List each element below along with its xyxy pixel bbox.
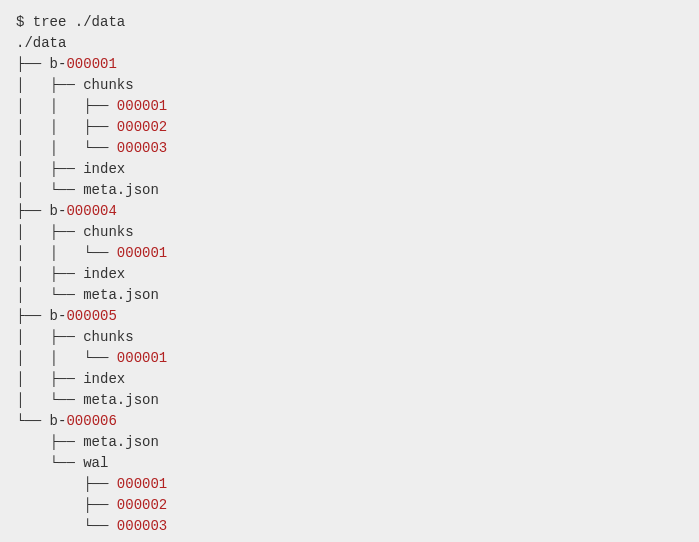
- tree-line: │ ├── index: [16, 264, 683, 285]
- tree-line: │ └── meta.json: [16, 180, 683, 201]
- tree-branch: │ └──: [16, 392, 83, 408]
- tree-branch: │ ├──: [16, 224, 83, 240]
- tree-line: ├── meta.json: [16, 432, 683, 453]
- tree-branch: ├──: [16, 476, 117, 492]
- tree-branch: │ └──: [16, 182, 83, 198]
- tree-line: │ │ └── 000001: [16, 348, 683, 369]
- entry-name: index: [83, 266, 125, 282]
- tree-branch: ├──: [16, 203, 50, 219]
- entry-name: meta.json: [83, 434, 159, 450]
- tree-branch: ├──: [16, 308, 50, 324]
- tree-line: └── wal: [16, 453, 683, 474]
- entry-name: 000002: [117, 497, 167, 513]
- entry-name: chunks: [83, 224, 133, 240]
- entry-name: 000001: [117, 98, 167, 114]
- tree-branch: │ └──: [16, 287, 83, 303]
- root-path: ./data: [16, 33, 683, 54]
- tree-line: │ ├── chunks: [16, 327, 683, 348]
- tree-branch: │ │ ├──: [16, 98, 117, 114]
- tree-line: ├── b-000001: [16, 54, 683, 75]
- command-text: tree ./data: [33, 14, 125, 30]
- entry-name: meta.json: [83, 287, 159, 303]
- tree-line: ├── 000001: [16, 474, 683, 495]
- tree-line: │ │ └── 000003: [16, 138, 683, 159]
- entry-name: wal: [83, 455, 108, 471]
- tree-line: │ │ ├── 000001: [16, 96, 683, 117]
- command-line: $ tree ./data: [16, 12, 683, 33]
- tree-line: │ ├── chunks: [16, 222, 683, 243]
- entry-prefix: b-: [50, 56, 67, 72]
- tree-line: └── 000003: [16, 516, 683, 537]
- tree-line: │ │ └── 000001: [16, 243, 683, 264]
- entry-name: index: [83, 371, 125, 387]
- tree-branch: │ ├──: [16, 161, 83, 177]
- entry-name: chunks: [83, 329, 133, 345]
- tree-branch: └──: [16, 518, 117, 534]
- entry-name: 000002: [117, 119, 167, 135]
- entry-prefix: b-: [50, 203, 67, 219]
- tree-branch: └──: [16, 413, 50, 429]
- entry-name: 000006: [66, 413, 116, 429]
- tree-branch: ├──: [16, 56, 50, 72]
- tree-line: └── b-000006: [16, 411, 683, 432]
- entry-name: 000001: [66, 56, 116, 72]
- tree-line: │ ├── index: [16, 369, 683, 390]
- tree-line: │ └── meta.json: [16, 390, 683, 411]
- entry-prefix: b-: [50, 413, 67, 429]
- entry-name: 000003: [117, 518, 167, 534]
- tree-branch: │ ├──: [16, 266, 83, 282]
- tree-branch: │ │ └──: [16, 350, 117, 366]
- tree-branch: │ ├──: [16, 77, 83, 93]
- entry-name: 000001: [117, 245, 167, 261]
- tree-branch: │ │ └──: [16, 140, 117, 156]
- entry-name: 000003: [117, 140, 167, 156]
- entry-prefix: b-: [50, 308, 67, 324]
- tree-line: ├── 000002: [16, 495, 683, 516]
- tree-line: │ │ ├── 000002: [16, 117, 683, 138]
- shell-prompt: $: [16, 14, 33, 30]
- tree-branch: └──: [16, 455, 83, 471]
- tree-line: │ ├── chunks: [16, 75, 683, 96]
- entry-name: 000001: [117, 476, 167, 492]
- tree-line: │ ├── index: [16, 159, 683, 180]
- tree-branch: ├──: [16, 434, 83, 450]
- tree-branch: │ ├──: [16, 371, 83, 387]
- tree-line: ├── b-000004: [16, 201, 683, 222]
- tree-line: │ └── meta.json: [16, 285, 683, 306]
- entry-name: 000001: [117, 350, 167, 366]
- terminal-output: $ tree ./data ./data ├── b-000001│ ├── c…: [16, 12, 683, 537]
- entry-name: meta.json: [83, 392, 159, 408]
- tree-branch: ├──: [16, 497, 117, 513]
- entry-name: meta.json: [83, 182, 159, 198]
- tree-branch: │ ├──: [16, 329, 83, 345]
- tree-line: ├── b-000005: [16, 306, 683, 327]
- tree-branch: │ │ └──: [16, 245, 117, 261]
- entry-name: index: [83, 161, 125, 177]
- entry-name: 000004: [66, 203, 116, 219]
- entry-name: chunks: [83, 77, 133, 93]
- entry-name: 000005: [66, 308, 116, 324]
- tree-body: ├── b-000001│ ├── chunks│ │ ├── 000001│ …: [16, 54, 683, 537]
- tree-branch: │ │ ├──: [16, 119, 117, 135]
